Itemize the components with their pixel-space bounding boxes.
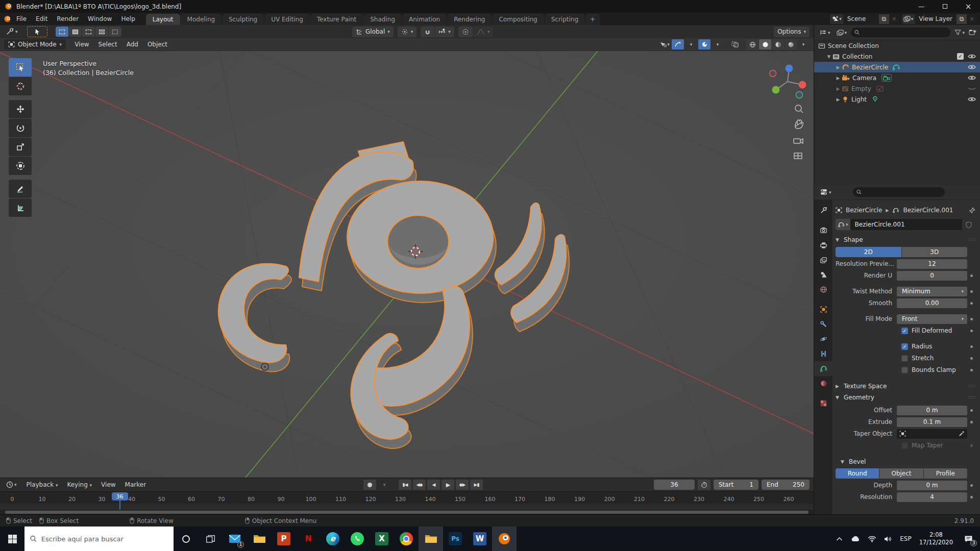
active-tool-select-box[interactable] <box>27 26 47 37</box>
tab-shading[interactable]: Shading <box>363 14 402 25</box>
action-center-button[interactable]: 3 <box>961 531 976 546</box>
stretch-checkbox[interactable] <box>901 355 908 362</box>
start-button[interactable] <box>0 527 24 551</box>
bevel-profile-button[interactable]: Profile <box>924 468 967 479</box>
properties-search[interactable] <box>853 187 945 197</box>
shading-rendered[interactable] <box>785 39 797 49</box>
snap-toggle[interactable] <box>421 27 434 37</box>
tab-sculpting[interactable]: Sculpting <box>222 14 264 25</box>
outliner-row-camera[interactable]: ▶ Camera <box>814 72 980 83</box>
tab-scene[interactable] <box>814 267 832 282</box>
shading-dropdown[interactable]: ▾ <box>797 39 810 49</box>
outliner-row-scene-collection[interactable]: Scene Collection <box>814 40 980 51</box>
tool-move[interactable] <box>9 100 32 118</box>
unlink-scene-button[interactable]: × <box>889 14 899 24</box>
gizmos-toggle[interactable] <box>672 39 684 49</box>
outliner-search-input[interactable] <box>862 29 947 36</box>
wifi-icon[interactable] <box>868 536 876 542</box>
netflix-icon[interactable]: N <box>296 527 321 551</box>
tab-tool[interactable] <box>814 203 832 218</box>
select-mode-paint[interactable] <box>109 27 121 37</box>
breadcrumb-object[interactable]: BezierCircle <box>846 207 882 214</box>
tab-texture[interactable] <box>814 396 832 411</box>
task-view-button[interactable] <box>198 527 223 551</box>
file-explorer-icon[interactable] <box>247 527 272 551</box>
offset-field[interactable]: 0 m <box>897 406 967 415</box>
tab-object-data[interactable] <box>814 361 832 376</box>
tab-view-layer[interactable] <box>814 253 832 267</box>
edge-icon[interactable]: e <box>321 527 345 551</box>
gizmos-dropdown[interactable]: ▾ <box>685 39 697 49</box>
play-button[interactable]: ▶ <box>442 480 454 490</box>
select-mode-box[interactable] <box>69 27 82 37</box>
bevel-object-button[interactable]: Object <box>879 468 923 479</box>
pivot-point-dropdown[interactable]: ▾ <box>398 27 417 37</box>
gizmo-x-neg[interactable] <box>770 70 776 77</box>
eye-open-icon[interactable] <box>968 64 976 70</box>
eye-open-icon[interactable] <box>968 96 976 102</box>
new-scene-button[interactable]: ⧉ <box>879 14 889 24</box>
jump-to-start-button[interactable]: ▮◀ <box>399 480 411 490</box>
mail-app-icon[interactable]: 1 <box>223 527 247 551</box>
timeline-ruler[interactable]: 0102030405060708090100110120130140150160… <box>0 491 814 510</box>
snap-target-dropdown[interactable]: ▾ <box>435 27 454 37</box>
tray-expand-icon[interactable] <box>836 537 843 541</box>
options-button[interactable]: Options ▾ <box>774 27 810 37</box>
tab-constraints[interactable] <box>814 346 832 361</box>
tab-modeling[interactable]: Modeling <box>181 14 222 25</box>
shading-solid[interactable] <box>759 39 771 49</box>
new-collection-button[interactable] <box>969 29 976 36</box>
xray-toggle[interactable] <box>729 39 741 49</box>
tray-clock[interactable]: 2:08 17/12/2020 <box>919 531 953 546</box>
add-workspace-button[interactable]: + <box>585 14 600 25</box>
overlays-dropdown[interactable]: ▾ <box>712 39 724 49</box>
blender-menu-icon[interactable] <box>3 15 12 22</box>
tool-cursor[interactable] <box>9 77 32 95</box>
eye-closed-icon[interactable] <box>968 86 976 91</box>
keyboard-language[interactable]: ESP <box>900 535 911 542</box>
volume-icon[interactable] <box>884 536 892 542</box>
outliner-row-light[interactable]: ▶ Light <box>814 94 980 105</box>
expand-icon[interactable]: ▶ <box>835 86 842 91</box>
tab-material[interactable] <box>814 376 832 391</box>
scene-selector[interactable]: ▾ Scene ⧉ × <box>830 14 899 24</box>
overlays-toggle[interactable] <box>698 39 710 49</box>
dim-3d-button[interactable]: 3D <box>902 247 968 257</box>
fill-mode-dropdown[interactable]: Front▾ <box>897 314 967 324</box>
bevel-depth-field[interactable]: 0 m <box>897 481 967 490</box>
tab-physics[interactable] <box>814 332 832 346</box>
menu-select[interactable]: Select <box>94 40 122 49</box>
tab-object[interactable] <box>814 302 832 317</box>
fake-user-shield-button[interactable] <box>962 219 975 230</box>
breadcrumb-data[interactable]: BezierCircle.001 <box>903 207 953 214</box>
menu-keying[interactable]: Keying ▾ <box>62 480 96 489</box>
proportional-falloff-dropdown[interactable]: ▾ <box>473 27 494 37</box>
tab-texture-paint[interactable]: Texture Paint <box>310 14 363 25</box>
outliner-row-empty[interactable]: ▶ Empty <box>814 83 980 94</box>
start-frame-field[interactable]: Start 1 <box>714 480 758 490</box>
powerpoint-icon[interactable]: P <box>272 527 296 551</box>
dim-2d-button[interactable]: 2D <box>836 247 901 257</box>
active-tool-dropdown[interactable]: ▾ <box>4 27 20 36</box>
gizmo-y-axis[interactable] <box>772 86 780 94</box>
properties-search-input[interactable] <box>864 189 941 196</box>
proportional-edit-toggle[interactable] <box>458 27 473 37</box>
tab-animation[interactable]: Animation <box>402 14 447 25</box>
select-mode-lasso[interactable] <box>95 27 108 37</box>
outliner-row-beziercircle[interactable]: ▶ BezierCircle <box>814 62 980 72</box>
datablock-browse-button[interactable]: ▾ <box>836 219 850 230</box>
close-button[interactable]: × <box>957 0 980 13</box>
blender-taskbar-icon[interactable] <box>492 527 517 551</box>
word-icon[interactable]: W <box>468 527 492 551</box>
twist-method-dropdown[interactable]: Minimum▾ <box>897 287 967 296</box>
menu-file[interactable]: File <box>12 14 31 23</box>
expand-icon[interactable]: ▶ <box>835 76 842 81</box>
tool-annotate[interactable] <box>9 180 32 198</box>
bevel-resolution-field[interactable]: 4 <box>897 492 967 502</box>
jump-to-end-button[interactable]: ▶▮ <box>470 480 483 490</box>
properties-editor-dropdown[interactable]: ▾ <box>818 188 834 196</box>
expand-icon[interactable]: ▼ <box>825 54 832 59</box>
tab-render[interactable] <box>814 223 832 238</box>
menu-add[interactable]: Add <box>122 40 143 49</box>
fill-deformed-checkbox[interactable]: ✓ <box>901 328 908 334</box>
